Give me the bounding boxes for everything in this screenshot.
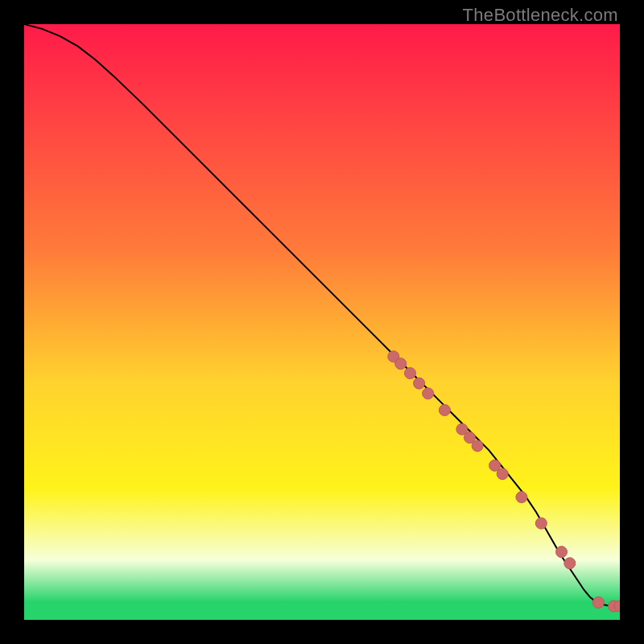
chart-stage: TheBottleneck.com (0, 0, 644, 644)
data-marker (592, 597, 604, 609)
chart-overlay (24, 24, 620, 620)
data-marker (414, 378, 425, 389)
watermark-text: TheBottleneck.com (463, 5, 618, 26)
data-marker (535, 518, 547, 529)
data-markers (388, 351, 620, 612)
plot-area (24, 24, 620, 620)
data-marker (497, 469, 508, 480)
data-marker (405, 368, 416, 379)
data-marker (439, 405, 450, 416)
data-marker (395, 358, 407, 369)
data-marker (564, 558, 576, 569)
data-marker (556, 547, 568, 558)
curve-line (24, 24, 620, 606)
data-marker (423, 388, 434, 399)
data-marker (472, 440, 483, 452)
data-marker (516, 492, 527, 503)
